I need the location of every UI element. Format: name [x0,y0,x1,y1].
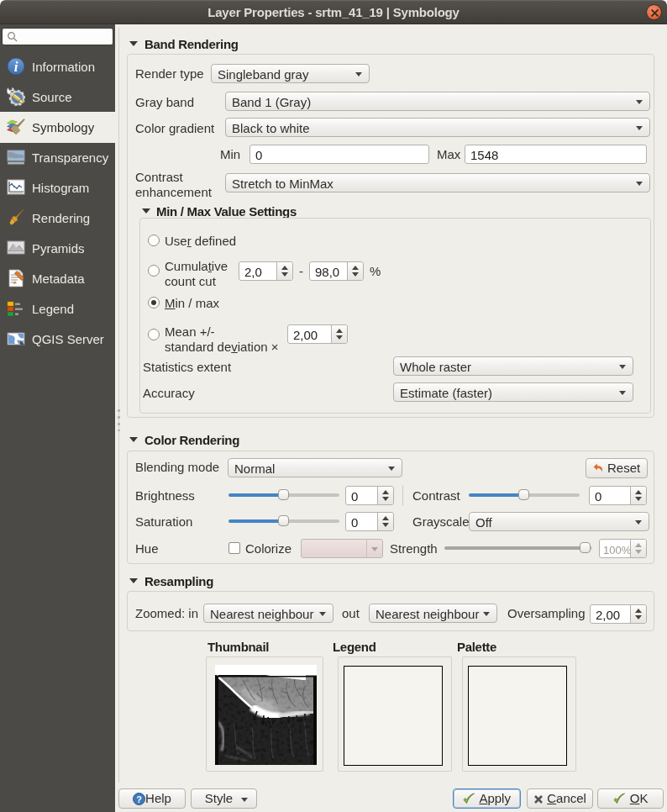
svg-text:?: ? [136,794,142,804]
svg-text:i: i [14,59,18,75]
